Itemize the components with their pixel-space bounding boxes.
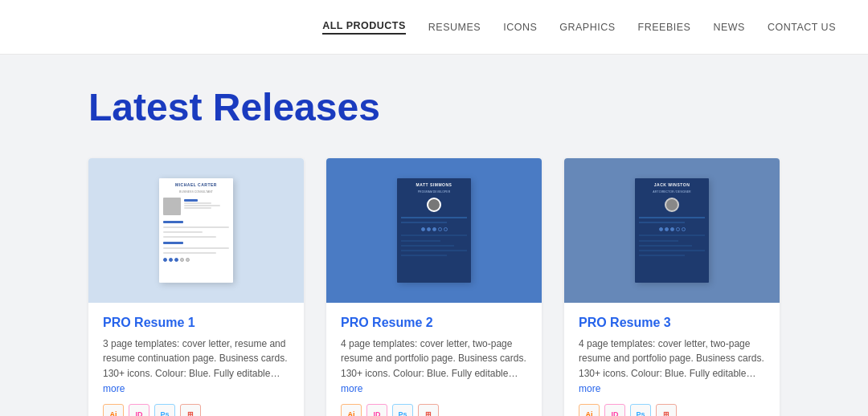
card-desc-3: 4 page templates: cover letter, two-page… [579,336,765,396]
card-image-3[interactable]: JACK WINSTON ART DIRECTOR / DESIGNER [564,158,780,303]
nav-contact[interactable]: CONTACT US [768,22,836,33]
product-card-2: MATT SIMMONS PROGRAM DEVELOPER [326,158,542,416]
software-icons-1: Ai ID Ps ⊞ [103,404,289,416]
sw-ai-2: Ai [341,404,362,416]
cards-grid: MICHAEL CARTER BUSINESS CONSULTANT [88,158,780,416]
card-image-2[interactable]: MATT SIMMONS PROGRAM DEVELOPER [326,158,542,303]
card-desc-1: 3 page templates: cover letter, resume a… [103,336,289,396]
software-icons-3: Ai ID Ps ⊞ [579,404,765,416]
resume-preview-2: MATT SIMMONS PROGRAM DEVELOPER [397,178,471,283]
nav-news[interactable]: NEWS [713,22,745,33]
card-image-1[interactable]: MICHAEL CARTER BUSINESS CONSULTANT [88,158,304,303]
resume-preview-1: MICHAEL CARTER BUSINESS CONSULTANT [159,178,233,283]
nav-graphics[interactable]: GRAPHICS [559,22,615,33]
nav-all-products[interactable]: ALL PRODUCTS [322,20,406,35]
card-title-3[interactable]: PRO Resume 3 [579,316,765,330]
sw-id-2: ID [366,404,387,416]
card-title-1[interactable]: PRO Resume 1 [103,316,289,330]
nav-freebies[interactable]: FREEBIES [638,22,691,33]
sw-ms-3: ⊞ [656,404,677,416]
software-icons-2: Ai ID Ps ⊞ [341,404,527,416]
card-body-1: PRO Resume 1 3 page templates: cover let… [88,303,304,416]
sw-ps-3: Ps [630,404,651,416]
card-more-1[interactable]: more [103,383,125,394]
sw-id-3: ID [604,404,625,416]
sw-ai-3: Ai [579,404,600,416]
sw-id-1: ID [129,404,149,416]
card-more-2[interactable]: more [341,383,362,394]
main-nav: ALL PRODUCTS RESUMES ICONS GRAPHICS FREE… [322,20,836,35]
header: ALL PRODUCTS RESUMES ICONS GRAPHICS FREE… [0,0,868,55]
card-more-3[interactable]: more [579,383,600,394]
card-body-3: PRO Resume 3 4 page templates: cover let… [564,303,780,416]
sw-ms-2: ⊞ [418,404,439,416]
section-title: Latest Releases [88,87,780,129]
sw-ms-1: ⊞ [180,404,201,416]
nav-icons[interactable]: ICONS [503,22,537,33]
product-card-3: JACK WINSTON ART DIRECTOR / DESIGNER [564,158,780,416]
nav-resumes[interactable]: RESUMES [428,22,481,33]
resume-preview-3: JACK WINSTON ART DIRECTOR / DESIGNER [635,178,709,283]
sw-ai-1: Ai [103,404,124,416]
sw-ps-2: Ps [392,404,413,416]
sw-ps-1: Ps [154,404,175,416]
product-card-1: MICHAEL CARTER BUSINESS CONSULTANT [88,158,304,416]
card-body-2: PRO Resume 2 4 page templates: cover let… [326,303,542,416]
card-desc-2: 4 page templates: cover letter, two-page… [341,336,527,396]
main-content: Latest Releases MICHAEL CARTER BUSINESS … [0,55,868,416]
card-title-2[interactable]: PRO Resume 2 [341,316,527,330]
